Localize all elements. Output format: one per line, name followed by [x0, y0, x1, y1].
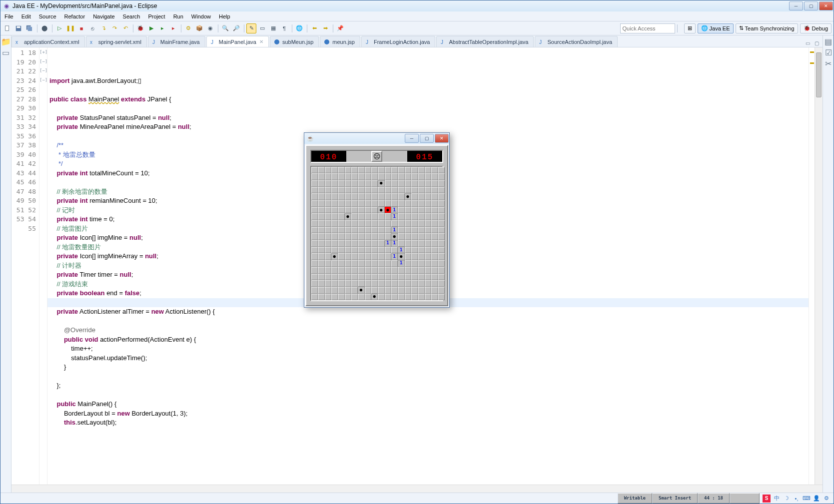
menu-window[interactable]: Window: [187, 12, 215, 20]
tab-mainpanel-java[interactable]: JMainPanel.java✕: [206, 36, 269, 47]
svg-rect-2: [17, 26, 20, 28]
ime-icon[interactable]: S: [763, 495, 771, 503]
editor-tabs: xapplicationContext.xmlxspring-servlet.x…: [11, 35, 823, 47]
vertical-scrollbar[interactable]: [815, 47, 823, 485]
external-tools-icon[interactable]: ▸: [168, 23, 178, 33]
debug-icon[interactable]: 🐞: [135, 23, 145, 33]
outline-icon[interactable]: ▤: [825, 37, 833, 45]
window-title: Java EE - MyDevlopment/src/MainPanel.jav…: [12, 2, 157, 9]
task-list-icon[interactable]: ☑: [825, 48, 833, 56]
tab-mainframe-java[interactable]: JMainFrame.java: [148, 36, 205, 47]
xml-file-icon: x: [15, 38, 22, 45]
tab-sourceactiondaoimpl-java[interactable]: JSourceActionDaoImpl.java: [535, 36, 618, 47]
right-trim: ▤ ☑ ✂: [823, 35, 834, 493]
menu-help[interactable]: Help: [215, 12, 234, 20]
svg-text:x: x: [15, 39, 18, 45]
menu-project[interactable]: Project: [144, 12, 169, 20]
tab-label: SourceActionDaoImpl.java: [547, 39, 612, 45]
new-server-icon[interactable]: ⚙: [183, 23, 193, 33]
back-icon[interactable]: ⬅: [309, 23, 319, 33]
left-trim: 📁 ▭: [0, 35, 11, 493]
menu-edit[interactable]: Edit: [17, 12, 35, 20]
menu-refactor[interactable]: Refactor: [60, 12, 89, 20]
terminate-icon[interactable]: ■: [76, 23, 86, 33]
minimize-button[interactable]: ─: [789, 1, 803, 10]
ime-lang-icon[interactable]: 中: [773, 495, 781, 503]
tab-label: meun.jsp: [332, 39, 355, 45]
ime-punct-icon[interactable]: •,: [793, 495, 801, 503]
jsp-file-icon: [273, 38, 280, 45]
perspective-team[interactable]: ⇅ Team Synchronizing: [736, 23, 798, 33]
perspective-java-ee[interactable]: 🌐 Java EE: [698, 23, 734, 33]
annotation-icon[interactable]: ▭: [257, 23, 267, 33]
project-explorer-icon[interactable]: 📁: [2, 37, 10, 45]
suspend-icon[interactable]: ❚❚: [65, 23, 75, 33]
svg-point-10: [324, 39, 329, 44]
open-type-icon[interactable]: 🔍: [220, 23, 230, 33]
pin-icon[interactable]: 📌: [335, 23, 345, 33]
resume-icon[interactable]: ▷: [54, 23, 64, 33]
menu-run[interactable]: Run: [169, 12, 187, 20]
horizontal-scrollbar[interactable]: [11, 485, 823, 493]
run-last-icon[interactable]: ▸: [157, 23, 167, 33]
tab-label: applicationContext.xml: [24, 39, 79, 45]
tab-spring-servlet-xml[interactable]: xspring-servlet.xml: [86, 36, 147, 47]
forward-icon[interactable]: ➡: [320, 23, 330, 33]
tab-submeun-jsp[interactable]: subMeun.jsp: [270, 36, 319, 47]
new-package-icon[interactable]: 📦: [194, 23, 204, 33]
menu-navigate[interactable]: Navigate: [89, 12, 118, 20]
block-selection-icon[interactable]: ▦: [268, 23, 278, 33]
run-icon[interactable]: ▶: [146, 23, 156, 33]
skip-breakpoints-icon[interactable]: ⬤: [39, 23, 49, 33]
tab-label: MainFrame.java: [160, 39, 200, 45]
snippets-icon[interactable]: ✂: [825, 59, 833, 67]
ime-person-icon[interactable]: 👤: [813, 495, 821, 503]
fold-gutter[interactable]: [+] [−] [−] [−]: [39, 47, 47, 485]
tab-close-icon[interactable]: ✕: [259, 39, 263, 44]
status-cursor-position: 44 : 18: [698, 493, 730, 504]
tab-frameloginaction-java[interactable]: JFrameLoginAction.java: [361, 36, 436, 47]
step-return-icon[interactable]: ↶: [120, 23, 130, 33]
open-perspective-button[interactable]: ⊞: [684, 23, 696, 33]
code-editor[interactable]: import java.awt.BorderLayout;▯ public cl…: [47, 47, 809, 485]
step-into-icon[interactable]: ↴: [98, 23, 108, 33]
ime-moon-icon[interactable]: ☽: [783, 495, 791, 503]
save-icon[interactable]: [13, 23, 23, 33]
menu-search[interactable]: Search: [119, 12, 144, 20]
svg-point-9: [274, 39, 279, 44]
java-file-icon: J: [538, 38, 545, 45]
toggle-mark-icon[interactable]: ✎: [246, 23, 256, 33]
new-type-icon[interactable]: ◉: [205, 23, 215, 33]
ime-gear-icon[interactable]: ⚙: [823, 495, 831, 503]
new-icon[interactable]: [2, 23, 12, 33]
menu-file[interactable]: File: [0, 12, 17, 20]
status-writable: Writable: [618, 493, 652, 504]
tab-meun-jsp[interactable]: meun.jsp: [320, 36, 360, 47]
tab-applicationcontext-xml[interactable]: xapplicationContext.xml: [11, 36, 85, 47]
svg-text:J: J: [152, 39, 155, 45]
perspective-debug[interactable]: 🐞 Debug: [800, 23, 832, 33]
window-titlebar: ◉ Java EE - MyDevlopment/src/MainPanel.j…: [0, 0, 834, 11]
tabs-maximize-icon[interactable]: ▢: [813, 39, 821, 47]
ime-keyboard-icon[interactable]: ⌨: [803, 495, 811, 503]
java-file-icon: J: [151, 38, 158, 45]
overview-ruler[interactable]: [809, 47, 815, 485]
step-over-icon[interactable]: ↷: [109, 23, 119, 33]
java-file-icon: J: [210, 38, 217, 45]
statusbar: Writable Smart Insert 44 : 18 S 中 ☽ •, ⌨…: [0, 493, 834, 504]
svg-rect-4: [28, 26, 32, 31]
svg-text:x: x: [90, 39, 92, 45]
restore-icon[interactable]: ▭: [2, 48, 10, 56]
disconnect-icon[interactable]: ⎋: [87, 23, 97, 33]
close-button[interactable]: ✕: [819, 1, 833, 10]
menu-source[interactable]: Source: [35, 12, 60, 20]
maximize-button[interactable]: ▢: [804, 1, 818, 10]
save-all-icon[interactable]: [24, 23, 34, 33]
tab-abstracttableoperationimpl-java[interactable]: JAbstractTableOperationImpl.java: [436, 36, 534, 47]
show-whitespace-icon[interactable]: ¶: [279, 23, 289, 33]
tabs-minimize-icon[interactable]: ▭: [804, 39, 812, 47]
browser-icon[interactable]: 🌐: [294, 23, 304, 33]
quick-access-input[interactable]: [620, 23, 675, 33]
main-toolbar: ⬤ ▷ ❚❚ ■ ⎋ ↴ ↷ ↶ 🐞 ▶ ▸ ▸ ⚙ 📦 ◉ 🔍 🔎 ✎ ▭ ▦…: [0, 21, 834, 35]
search-icon[interactable]: 🔎: [231, 23, 241, 33]
